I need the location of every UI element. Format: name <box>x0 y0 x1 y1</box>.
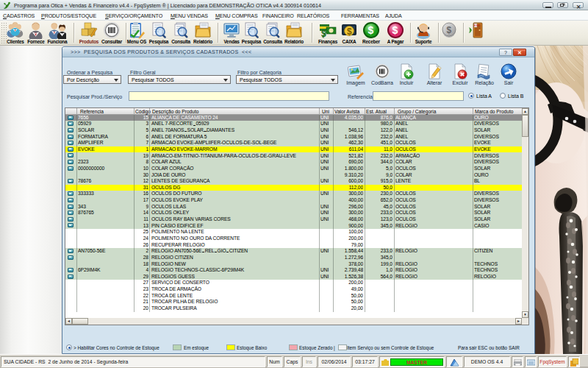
svg-text:$: $ <box>447 25 452 35</box>
svg-text:$: $ <box>368 24 374 36</box>
svg-text:EXIT: EXIT <box>474 24 481 27</box>
svg-text:$: $ <box>347 26 352 37</box>
svg-text:$: $ <box>392 24 398 36</box>
svg-text:$: $ <box>321 29 326 39</box>
